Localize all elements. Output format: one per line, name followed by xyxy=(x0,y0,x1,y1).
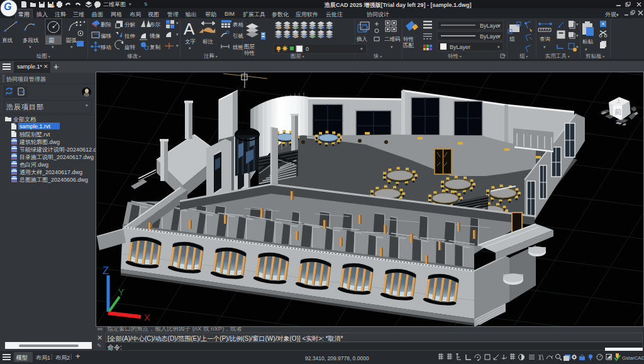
svg-text:删除: 删除 xyxy=(101,21,112,28)
svg-text:▾: ▾ xyxy=(52,45,54,49)
svg-text:▾: ▾ xyxy=(176,43,179,48)
svg-text:查询: 查询 xyxy=(540,36,550,42)
svg-text:▾: ▾ xyxy=(176,32,179,36)
svg-text:▾: ▾ xyxy=(189,46,191,50)
svg-text:拉伸: 拉伸 xyxy=(124,33,135,39)
svg-text:二维码: 二维码 xyxy=(384,36,401,42)
svg-text:旋转: 旋转 xyxy=(125,44,136,50)
svg-text:▾: ▾ xyxy=(29,45,31,49)
svg-text:匹配: 匹配 xyxy=(403,42,414,48)
svg-text:⇅: ⇅ xyxy=(144,2,148,6)
svg-text:布尔: 布尔 xyxy=(150,21,161,28)
svg-text:▾: ▾ xyxy=(576,22,579,26)
svg-text:▾: ▾ xyxy=(576,45,579,49)
svg-text:圆弧: 圆弧 xyxy=(66,37,77,43)
svg-text:偏移: 偏移 xyxy=(101,33,111,39)
svg-text:▾: ▾ xyxy=(239,45,242,50)
svg-text:▾: ▾ xyxy=(176,21,179,25)
svg-text:▾: ▾ xyxy=(497,45,500,49)
svg-text:分解: 分解 xyxy=(125,21,136,28)
svg-text:前: 前 xyxy=(614,108,621,116)
svg-text:多段线: 多段线 xyxy=(23,37,39,43)
svg-text:特性: 特性 xyxy=(403,36,414,42)
svg-text:标注: 标注 xyxy=(203,38,214,45)
svg-text:GstarCAD: GstarCAD xyxy=(622,355,644,361)
svg-text:▾: ▾ xyxy=(129,2,131,6)
svg-text:移动: 移动 xyxy=(100,44,111,50)
svg-text:文字: 文字 xyxy=(185,38,196,45)
svg-text:▾: ▾ xyxy=(576,33,579,38)
svg-text:▾: ▾ xyxy=(239,34,242,38)
svg-text:▾: ▾ xyxy=(585,47,587,52)
svg-text:特性: 特性 xyxy=(244,50,255,56)
svg-text:复制: 复制 xyxy=(150,44,161,50)
svg-text:▾: ▾ xyxy=(70,45,73,49)
svg-text:▾: ▾ xyxy=(497,23,500,28)
svg-text:粘贴: 粘贴 xyxy=(582,38,594,45)
svg-text:组: 组 xyxy=(509,36,515,42)
svg-text:圆: 圆 xyxy=(49,37,55,43)
svg-text:▾: ▾ xyxy=(543,45,546,49)
svg-text:插入: 插入 xyxy=(356,36,368,42)
svg-text:▾: ▾ xyxy=(497,34,500,38)
svg-text:X: X xyxy=(144,312,150,323)
svg-text:0: 0 xyxy=(306,46,309,52)
svg-text:上: 上 xyxy=(616,98,621,104)
svg-text:镜像: 镜像 xyxy=(149,33,161,39)
svg-text:Y: Y xyxy=(118,287,125,297)
svg-text:▾: ▾ xyxy=(360,47,363,51)
svg-text:ByLayer: ByLayer xyxy=(450,44,470,50)
svg-text:▾: ▾ xyxy=(391,45,393,49)
svg-text:二维草图: 二维草图 xyxy=(103,1,126,8)
svg-text:Z: Z xyxy=(103,265,109,277)
svg-text:直线: 直线 xyxy=(2,37,13,43)
svg-text:图层: 图层 xyxy=(244,43,255,50)
svg-text:A: A xyxy=(184,19,195,38)
